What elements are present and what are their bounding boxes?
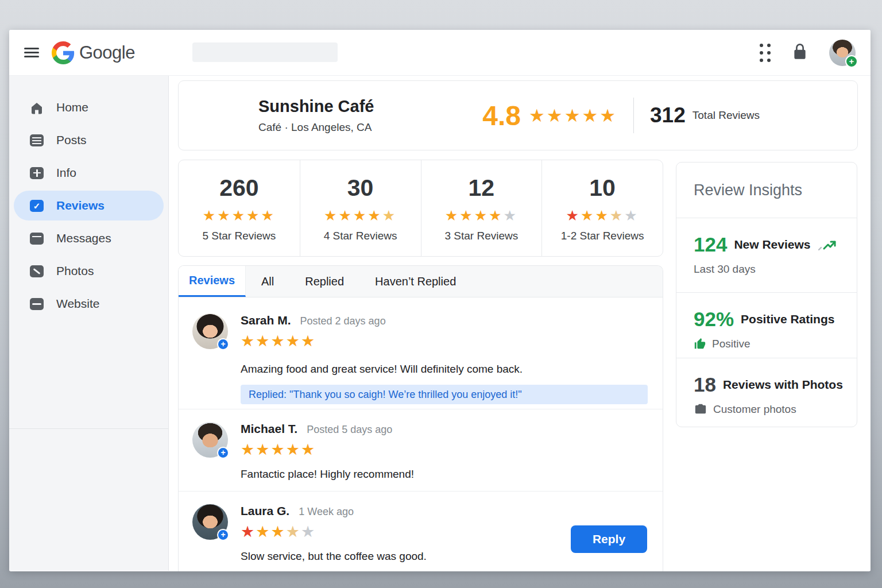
sidebar-item-label: Posts (56, 133, 87, 147)
review-date: Posted 5 days ago (307, 424, 392, 436)
star-icon: ★ (489, 207, 503, 223)
insights-title: Review Insights (676, 163, 857, 218)
messages-icon (30, 233, 44, 245)
star-icon: ★ (338, 207, 353, 223)
user-avatar[interactable]: + (829, 40, 856, 66)
star-icon: ★ (582, 106, 599, 126)
sidebar-item-label: Messages (56, 231, 111, 245)
topbar-actions: + (760, 30, 856, 76)
star-icon: ★ (217, 207, 231, 223)
breakdown-stars: ★★★★★ (566, 207, 639, 224)
business-photo (191, 91, 246, 140)
star-icon: ★ (382, 207, 397, 223)
breakdown-count: 260 (219, 175, 258, 202)
sidebar-item-home[interactable]: Home (14, 92, 164, 122)
star-icon: ★ (256, 332, 270, 350)
reviewer-name: Sarah M. (241, 314, 291, 327)
sidebar-item-messages[interactable]: Messages (14, 223, 164, 253)
tab-havent-replied[interactable]: Haven’t Replied (359, 266, 471, 297)
star-icon: ★ (261, 207, 276, 223)
breakdown-1-2-star: 10 ★★★★★ 1-2 Star Reviews (541, 160, 663, 256)
reviewer-badge-icon: + (217, 529, 229, 541)
sidebar-item-label: Photos (56, 264, 94, 278)
star-icon: ★ (624, 207, 639, 223)
insight-sub: Positive (712, 338, 751, 350)
insight-value: 124 (694, 233, 727, 256)
breakdown-count: 12 (469, 175, 495, 202)
tab-all[interactable]: All (246, 266, 289, 297)
star-icon: ★ (241, 332, 256, 350)
breakdown-3-star: 12 ★★★★★ 3 Star Reviews (421, 160, 542, 256)
star-icon: ★ (599, 106, 617, 126)
rating-value: 4.8 (482, 100, 521, 131)
breakdown-label: 5 Star Reviews (202, 230, 276, 242)
star-icon: ★ (324, 207, 338, 223)
owner-reply: Replied: "Thank you so caigh! We’re thri… (241, 385, 648, 404)
reply-button[interactable]: Reply (571, 525, 647, 553)
divider (633, 98, 634, 133)
star-icon: ★ (270, 523, 285, 540)
star-icon: ★ (241, 523, 256, 540)
review-row: + Laura G. 1 Week ago ★★★★★ Slow service… (179, 492, 663, 571)
browser-window: Google + Home (9, 30, 871, 571)
sidebar-item-reviews[interactable]: ✓ Reviews (14, 191, 164, 220)
rating-breakdown-card: 260 ★★★★★ 5 Star Reviews 30 ★★★★★ 4 Star… (178, 160, 663, 257)
star-icon: ★ (610, 207, 624, 223)
sidebar-item-photos[interactable]: Photos (14, 256, 164, 286)
insight-reviews-with-photos: 18 Reviews with Photos Customer photos (676, 358, 857, 427)
star-icon: ★ (504, 207, 518, 223)
trend-up-icon (817, 238, 837, 252)
review-text: Fantactic place! Highly recommend! (241, 468, 663, 481)
star-icon: ★ (581, 207, 595, 223)
info-icon (30, 167, 44, 179)
star-icon: ★ (595, 207, 609, 223)
insight-sub: Last 30 days (694, 263, 857, 276)
review-insights-panel: Review Insights 124 New Reviews (676, 162, 857, 427)
business-header-card: Sunshine Café Café · Los Angeles, CA 4.8… (178, 80, 858, 150)
desktop-background: Google + Home (0, 0, 882, 588)
review-row: + Michael T. Posted 5 days ago ★★★★★ Fan… (179, 409, 663, 492)
sidebar-item-info[interactable]: Info (14, 158, 164, 188)
reviews-icon: ✓ (30, 200, 44, 212)
apps-grid-icon[interactable] (760, 44, 771, 62)
star-icon: ★ (270, 441, 285, 458)
review-stars: ★★★★★ (241, 440, 663, 459)
camera-icon (694, 403, 707, 416)
breakdown-stars: ★★★★★ (324, 207, 397, 224)
insight-label: Positive Ratings (741, 312, 834, 326)
star-icon: ★ (353, 207, 368, 223)
star-icon: ★ (459, 207, 474, 223)
insight-sub: Customer photos (713, 403, 796, 416)
lock-icon[interactable] (792, 43, 807, 63)
reviews-tabstrip: Reviews All Replied Haven’t Replied (179, 266, 663, 297)
rating-stars: ★★★★★ (529, 105, 617, 126)
business-name: Sunshine Café (258, 97, 374, 116)
breakdown-4-star: 30 ★★★★★ 4 Star Reviews (300, 160, 421, 256)
add-account-badge-icon: + (845, 55, 858, 68)
sidebar-item-posts[interactable]: Posts (14, 125, 164, 155)
reviewer-avatar: + (192, 504, 228, 540)
star-icon: ★ (286, 441, 301, 458)
breakdown-label: 3 Star Reviews (444, 230, 518, 242)
tab-reviews[interactable]: Reviews (179, 266, 246, 297)
tab-replied[interactable]: Replied (289, 266, 359, 297)
overall-rating: 4.8 ★★★★★ 312 Total Reviews (482, 98, 760, 133)
sidebar-item-website[interactable]: Website (14, 289, 164, 319)
total-reviews-label: Total Reviews (693, 109, 760, 122)
reviewer-name: Laura G. (241, 504, 289, 518)
star-icon: ★ (241, 441, 256, 458)
star-icon: ★ (474, 207, 489, 223)
google-logo: Google (52, 41, 135, 64)
google-wordmark: Google (79, 42, 135, 63)
star-icon: ★ (301, 523, 316, 540)
sidebar-item-label: Info (56, 166, 76, 180)
reviewer-badge-icon: + (217, 338, 229, 350)
review-stars: ★★★★★ (241, 332, 663, 350)
star-icon: ★ (203, 207, 217, 223)
star-icon: ★ (529, 106, 547, 126)
insight-value: 92% (694, 308, 734, 331)
google-g-icon (52, 41, 75, 64)
reviewer-badge-icon: + (217, 447, 229, 459)
search-input[interactable] (192, 42, 338, 62)
menu-icon[interactable] (24, 45, 39, 60)
